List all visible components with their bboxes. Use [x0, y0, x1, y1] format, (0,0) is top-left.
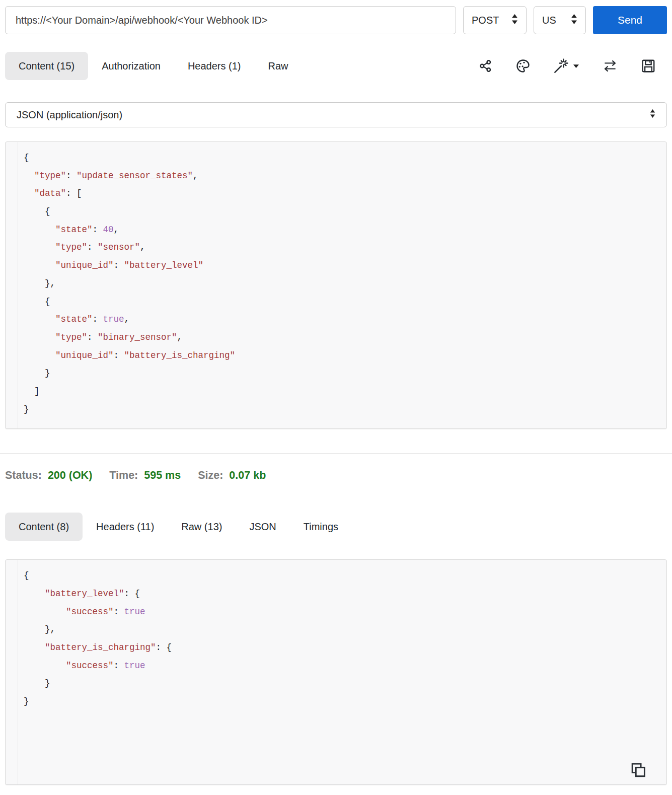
- code-line: }: [24, 675, 666, 693]
- code-line: "type": "binary_sensor",: [24, 329, 666, 347]
- code-line: {: [24, 567, 666, 585]
- status-label: Status:: [5, 469, 42, 482]
- code-line: {: [24, 293, 666, 311]
- status-bar: Status: 200 (OK) Time: 595 ms Size: 0.07…: [5, 468, 667, 483]
- tab-headers-11[interactable]: Headers (11): [83, 513, 168, 541]
- locale-select[interactable]: US: [534, 6, 586, 34]
- updown-chevron-icon: [571, 14, 577, 27]
- code-line: ]: [24, 383, 666, 401]
- content-type-select[interactable]: JSON (application/json): [5, 102, 667, 127]
- code-line: }: [24, 401, 666, 419]
- viewer-gutter: [6, 560, 18, 784]
- toolbar: [478, 58, 667, 74]
- method-select[interactable]: POST: [463, 6, 527, 34]
- code-line: "data": [: [24, 185, 666, 203]
- content-type-value: JSON (application/json): [17, 109, 122, 121]
- code-line: "success": true: [24, 603, 666, 621]
- code-line: "unique_id": "battery_is_charging": [24, 347, 666, 365]
- response-body-code: { "battery_level": { "success": true }, …: [19, 567, 666, 711]
- api-client-window: POST US Send Content (15)AuthorizationHe…: [0, 0, 672, 785]
- code-line: }: [24, 693, 666, 711]
- time-label: Time:: [109, 469, 138, 482]
- response-body-viewer: { "battery_level": { "success": true }, …: [5, 559, 667, 785]
- request-body-code: { "type": "update_sensor_states", "data"…: [19, 149, 666, 418]
- tab-headers-1[interactable]: Headers (1): [174, 52, 255, 80]
- code-line: "battery_level": {: [24, 585, 666, 603]
- chevron-down-icon: [573, 64, 579, 68]
- request-bar: POST US Send: [5, 6, 667, 34]
- tab-json[interactable]: JSON: [236, 513, 289, 541]
- size-label: Size:: [198, 469, 223, 482]
- response-tabs: Content (8)Headers (11)Raw (13)JSONTimin…: [5, 513, 667, 541]
- url-input[interactable]: [5, 6, 456, 34]
- copy-icon[interactable]: [629, 761, 647, 779]
- size-value: 0.07 kb: [229, 469, 266, 482]
- code-line: "type": "sensor",: [24, 239, 666, 257]
- swap-icon[interactable]: [602, 58, 618, 74]
- send-button[interactable]: Send: [593, 6, 667, 34]
- method-select-value: POST: [472, 15, 499, 26]
- code-line: }: [24, 365, 666, 383]
- status-value: 200 (OK): [48, 469, 92, 482]
- divider: [0, 453, 672, 454]
- code-line: "type": "update_sensor_states",: [24, 167, 666, 185]
- time-value: 595 ms: [144, 469, 181, 482]
- share-icon[interactable]: [478, 58, 493, 74]
- tab-timings[interactable]: Timings: [290, 513, 352, 541]
- tab-raw-13[interactable]: Raw (13): [168, 513, 236, 541]
- request-tabs-row: Content (15)AuthorizationHeaders (1)Raw: [5, 52, 667, 80]
- editor-gutter: [6, 142, 18, 428]
- code-line: "state": 40,: [24, 221, 666, 239]
- updown-chevron-icon: [650, 109, 655, 121]
- tab-raw[interactable]: Raw: [255, 52, 302, 80]
- magic-wand-menu-icon[interactable]: [553, 58, 579, 74]
- code-line: "success": true: [24, 657, 666, 675]
- code-line: "unique_id": "battery_level": [24, 257, 666, 275]
- code-line: "battery_is_charging": {: [24, 639, 666, 657]
- request-body-editor[interactable]: { "type": "update_sensor_states", "data"…: [5, 141, 667, 429]
- updown-chevron-icon: [511, 14, 518, 27]
- tab-content-8[interactable]: Content (8): [5, 513, 83, 541]
- save-icon[interactable]: [641, 58, 656, 74]
- tab-authorization[interactable]: Authorization: [88, 52, 174, 80]
- code-line: },: [24, 275, 666, 293]
- tab-content-15[interactable]: Content (15): [5, 52, 88, 80]
- locale-select-value: US: [542, 15, 556, 26]
- code-line: {: [24, 203, 666, 221]
- code-line: "state": true,: [24, 311, 666, 329]
- request-tabs: Content (15)AuthorizationHeaders (1)Raw: [5, 52, 302, 80]
- code-line: },: [24, 621, 666, 639]
- palette-icon[interactable]: [515, 58, 531, 74]
- code-line: {: [24, 149, 666, 167]
